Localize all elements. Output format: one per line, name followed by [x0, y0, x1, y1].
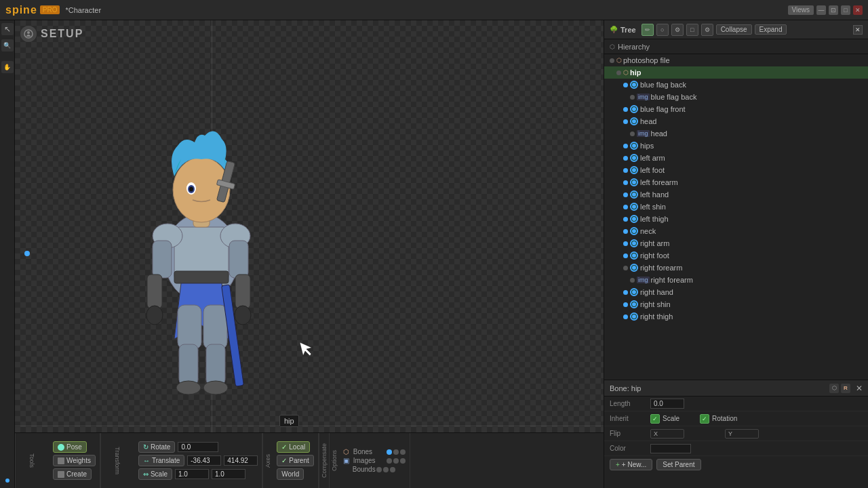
- tree-radio[interactable]: [630, 312, 638, 321]
- bones-dot-2[interactable]: [393, 449, 399, 455]
- tree-item-left-shin[interactable]: left shin: [604, 201, 868, 213]
- tree-item-right-forearm-img[interactable]: img right forearm: [604, 274, 868, 286]
- tool-pan[interactable]: ✋: [1, 61, 14, 73]
- scale-y-value[interactable]: [212, 469, 245, 479]
- tree-item-hip[interactable]: ⬡ hip: [604, 66, 868, 79]
- tree-radio[interactable]: [630, 227, 638, 235]
- images-dot-2[interactable]: [393, 458, 399, 464]
- tree-item-blue-flag-front[interactable]: blue flag front: [604, 103, 868, 115]
- images-dot-1[interactable]: [387, 458, 392, 464]
- tree-radio[interactable]: [630, 239, 638, 247]
- tree-item-right-foot[interactable]: right foot: [604, 249, 868, 262]
- expand-button[interactable]: Expand: [755, 24, 787, 35]
- win-restore[interactable]: ⊡: [829, 5, 838, 15]
- tree-radio[interactable]: [630, 178, 638, 186]
- images-dot-3[interactable]: [400, 458, 406, 464]
- bounds-dot-1[interactable]: [376, 467, 382, 472]
- tree-radio[interactable]: [630, 166, 638, 174]
- translate-y-value[interactable]: [224, 455, 258, 466]
- tree-radio[interactable]: [630, 117, 638, 125]
- tree-radio[interactable]: [630, 154, 638, 162]
- hierarchy-icon: ⬡: [610, 43, 615, 50]
- color-swatch[interactable]: [650, 444, 691, 453]
- tree-item-photoshop-file[interactable]: ⬡ photoshop file: [604, 54, 868, 66]
- rotate-value[interactable]: [178, 442, 218, 452]
- pose-button[interactable]: Pose: [53, 441, 87, 453]
- scale-x-value[interactable]: [175, 469, 209, 479]
- tree-item-right-thigh[interactable]: right thigh: [604, 310, 868, 323]
- tree-item-head-slot[interactable]: head: [604, 115, 868, 127]
- tree-item-right-arm[interactable]: right arm: [604, 237, 868, 249]
- tree-radio[interactable]: [630, 105, 638, 113]
- tree-radio[interactable]: [630, 215, 638, 223]
- scale-button[interactable]: ⇔ Scale: [138, 468, 172, 480]
- bounds-dot-2[interactable]: [383, 467, 389, 472]
- canvas-area[interactable]: SETUP: [15, 20, 604, 488]
- win-minimize[interactable]: —: [816, 5, 826, 15]
- tree-content[interactable]: ⬡ photoshop file ⬡ hip blue flag back: [604, 54, 868, 380]
- tree-radio[interactable]: [630, 288, 638, 296]
- prop-icon-2[interactable]: R: [841, 384, 850, 393]
- tree-item-left-forearm[interactable]: left forearm: [604, 176, 868, 188]
- prop-icon-1[interactable]: ⬡: [829, 384, 839, 393]
- collapse-button[interactable]: Collapse: [716, 24, 752, 35]
- tree-item-right-hand[interactable]: right hand: [604, 286, 868, 298]
- world-button[interactable]: World: [277, 468, 304, 480]
- translate-button[interactable]: ↔ Translate: [138, 455, 184, 466]
- tool-select[interactable]: ↖: [1, 23, 14, 35]
- bones-dot-1[interactable]: [387, 449, 392, 455]
- tree-radio[interactable]: [630, 251, 638, 260]
- tool-zoom[interactable]: 🔍: [1, 39, 14, 52]
- rotate-button[interactable]: ↻ Rotate: [138, 441, 175, 453]
- flip-x-toggle[interactable]: X: [650, 429, 684, 439]
- tree-close-button[interactable]: ✕: [853, 25, 863, 35]
- tree-item-label: left forearm: [640, 178, 678, 186]
- tree-item-label: left arm: [640, 154, 665, 162]
- tree-item-blue-flag-back-img[interactable]: img blue flag back: [604, 91, 868, 103]
- new-button[interactable]: + + New...: [610, 459, 652, 470]
- tree-item-head-img[interactable]: img head: [604, 127, 868, 140]
- tree-item-left-foot[interactable]: left foot: [604, 164, 868, 176]
- bottom-toolbar: Tools Pose Weights: [15, 432, 604, 488]
- flip-y-toggle[interactable]: Y: [725, 429, 759, 439]
- tool-dot[interactable]: [5, 479, 9, 483]
- tree-item-hips[interactable]: hips: [604, 140, 868, 152]
- world-row: World: [277, 468, 313, 480]
- create-button[interactable]: Create: [53, 468, 92, 480]
- tree-item-left-thigh[interactable]: left thigh: [604, 213, 868, 225]
- props-close-button[interactable]: ✕: [856, 384, 863, 393]
- length-input[interactable]: [650, 399, 684, 409]
- bones-dot-3[interactable]: [400, 449, 406, 455]
- bounds-dot-3[interactable]: [390, 467, 395, 472]
- inherit-rotation-check[interactable]: ✓: [700, 414, 709, 424]
- tree-btn-pencil[interactable]: ✏: [642, 24, 654, 36]
- tree-item-left-arm[interactable]: left arm: [604, 152, 868, 164]
- tree-radio[interactable]: [630, 142, 638, 150]
- local-label: Local: [289, 443, 305, 451]
- tree-btn-select[interactable]: □: [686, 24, 698, 36]
- tree-item-left-hand[interactable]: left hand: [604, 188, 868, 201]
- translate-x-value[interactable]: [187, 455, 221, 466]
- svg-point-12: [235, 306, 251, 325]
- tree-item-right-shin[interactable]: right shin: [604, 298, 868, 310]
- tree-item-neck[interactable]: neck: [604, 225, 868, 237]
- tree-btn-extra[interactable]: ⚙: [701, 24, 713, 36]
- color-row: Color: [604, 441, 868, 456]
- win-close[interactable]: ✕: [853, 5, 863, 15]
- weights-button[interactable]: Weights: [53, 455, 96, 466]
- parent-button[interactable]: ✓ Parent: [277, 455, 313, 466]
- tree-radio[interactable]: [630, 300, 638, 308]
- tree-btn-search[interactable]: ○: [656, 24, 669, 36]
- local-button[interactable]: ✓ Local: [277, 441, 310, 453]
- inherit-scale-check[interactable]: ✓: [650, 414, 660, 424]
- win-maximize[interactable]: □: [841, 5, 850, 15]
- tree-radio[interactable]: [630, 81, 638, 89]
- tree-radio[interactable]: [630, 190, 638, 199]
- tree-item-blue-flag-back-slot[interactable]: blue flag back: [604, 79, 868, 91]
- tree-radio[interactable]: [630, 264, 638, 272]
- tree-item-right-forearm-slot[interactable]: right forearm: [604, 262, 868, 274]
- tree-radio[interactable]: [630, 203, 638, 211]
- tree-item-label: left thigh: [640, 215, 669, 223]
- set-parent-button[interactable]: Set Parent: [656, 459, 701, 470]
- tree-btn-filter[interactable]: ⚙: [671, 24, 684, 36]
